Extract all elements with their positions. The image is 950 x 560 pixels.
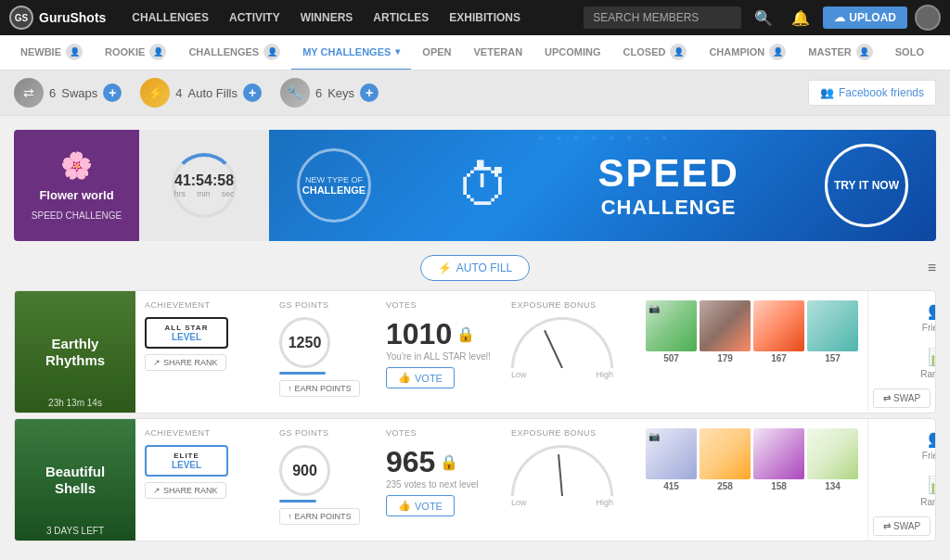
sec-nav-veteran[interactable]: VETERAN bbox=[463, 35, 534, 70]
gs-points-header: GS POINTS bbox=[279, 428, 372, 438]
nav-challenges[interactable]: CHALLENGES bbox=[122, 7, 218, 28]
sec-nav-rookie-label: ROOKIE bbox=[105, 46, 145, 57]
earn-points-button[interactable]: ↑ EARN POINTS bbox=[279, 380, 360, 397]
nav-exhibitions[interactable]: EXHIBITIONS bbox=[440, 7, 530, 28]
sec-nav-champion[interactable]: CHAMPION 👤 bbox=[698, 35, 797, 70]
swap-action-icon: ⇄ bbox=[883, 393, 891, 403]
photo-box[interactable] bbox=[700, 300, 751, 351]
lock-icon: 🔒 bbox=[440, 453, 458, 471]
sec-nav-rookie[interactable]: ROOKIE 👤 bbox=[94, 35, 177, 70]
gauge-high-label: High bbox=[596, 498, 613, 507]
search-input[interactable] bbox=[584, 6, 741, 29]
add-auto-fills-button[interactable]: + bbox=[243, 83, 262, 102]
share-rank-button[interactable]: ↗ SHARE RANK bbox=[145, 482, 226, 499]
photo-box[interactable]: 📷 bbox=[646, 300, 697, 351]
banner-speed-challenge[interactable]: ✕✕✕✕✕✕✕✕ NEW TYPE OF CHALLENGE ⏱ SPEED C… bbox=[269, 130, 936, 241]
photo-box[interactable] bbox=[753, 300, 804, 351]
swap-button[interactable]: ⇄ SWAP bbox=[873, 388, 931, 408]
vote-button[interactable]: 👍 VOTE bbox=[386, 367, 455, 388]
search-icon-button[interactable]: 🔍 bbox=[749, 7, 778, 29]
achievement-badge: ALL STAR LEVEL bbox=[145, 317, 228, 349]
boost-button[interactable]: ⚡ BOOST bbox=[935, 388, 936, 408]
boost-button[interactable]: ⚡ BOOST bbox=[935, 516, 936, 536]
friends-icon: 👥 bbox=[928, 300, 936, 321]
filter-icon[interactable]: ≡ bbox=[928, 260, 936, 276]
sec-nav-veteran-label: VETERAN bbox=[474, 46, 523, 57]
share-icon: ↗ bbox=[153, 358, 160, 367]
facebook-friends-button[interactable]: 👥 Facebook friends bbox=[808, 80, 936, 106]
sec-nav-challenges[interactable]: CHALLENGES 👤 bbox=[177, 35, 291, 70]
card-thumbnail-earthly[interactable]: EarthlyRhythms 23h 13m 14s bbox=[15, 291, 135, 413]
swap-button[interactable]: ⇄ SWAP bbox=[873, 516, 931, 536]
avatar[interactable] bbox=[915, 5, 941, 31]
nav-articles[interactable]: ARTICLES bbox=[364, 7, 438, 28]
vote-button[interactable]: 👍 VOTE bbox=[386, 495, 455, 516]
photo-box[interactable] bbox=[753, 428, 804, 479]
upload-button[interactable]: ☁ UPLOAD bbox=[823, 6, 907, 29]
photo-box[interactable] bbox=[807, 428, 858, 479]
badge-level-value: LEVEL bbox=[156, 460, 217, 470]
sec-nav-newbie[interactable]: NEWBIE 👤 bbox=[9, 35, 94, 70]
try-it-now-button[interactable]: TRY IT NOW bbox=[825, 144, 908, 227]
photos-column: 📷 415 258 158 134 bbox=[646, 428, 858, 531]
gauge-low-label: Low bbox=[511, 498, 527, 507]
points-value: 900 bbox=[292, 463, 317, 479]
fb-icon: 👥 bbox=[820, 86, 834, 99]
exposure-gauge bbox=[511, 317, 613, 368]
nav-activity[interactable]: ACTIVITY bbox=[220, 7, 289, 28]
main-nav: CHALLENGES ACTIVITY WINNERS ARTICLES EXH… bbox=[122, 7, 576, 28]
ranking-side-button[interactable]: 📊 Ranking bbox=[873, 342, 936, 384]
filter-row: ⚡ AUTO FILL ≡ bbox=[14, 255, 936, 281]
banner-flower-world[interactable]: 🌸 Flower world SPEED CHALLENGE bbox=[14, 130, 139, 241]
notifications-icon-button[interactable]: 🔔 bbox=[786, 7, 815, 29]
sec-nav-my-challenges[interactable]: MY CHALLENGES ▾ bbox=[291, 35, 411, 70]
earn-points-button[interactable]: ↑ EARN POINTS bbox=[279, 508, 360, 525]
sec-nav-closed-label: CLOSED bbox=[623, 46, 666, 57]
photo-box[interactable]: 📷 bbox=[646, 428, 697, 479]
sec-nav-solo-label: SOLO bbox=[895, 46, 924, 57]
card-main-content: ACHIEVEMENT ELITE LEVEL ↗ SHARE RANK GS … bbox=[135, 419, 867, 541]
friends-side-button[interactable]: 👥 Friends bbox=[873, 424, 936, 465]
thumbnail-background: BeautifulShells bbox=[15, 419, 135, 541]
add-swaps-button[interactable]: + bbox=[103, 83, 122, 102]
swaps-label: Swaps bbox=[61, 86, 97, 100]
photo-box[interactable] bbox=[700, 428, 751, 479]
votes-count: 965 bbox=[386, 445, 435, 479]
add-keys-button[interactable]: + bbox=[360, 83, 379, 102]
sec-nav-solo[interactable]: SOLO bbox=[884, 35, 935, 70]
keys-label: Keys bbox=[327, 86, 354, 100]
sec-nav-master[interactable]: MASTER 👤 bbox=[797, 35, 883, 70]
auto-fill-icon: ⚡ bbox=[140, 78, 170, 108]
photo-count: 158 bbox=[771, 481, 787, 491]
banner-subtitle: SPEED CHALLENGE bbox=[32, 210, 122, 221]
banner-title: Flower world bbox=[39, 188, 113, 203]
gauge-labels: Low High bbox=[511, 498, 613, 507]
swaps-resource: ⇄ 6 Swaps + bbox=[14, 78, 122, 108]
photo-box[interactable] bbox=[807, 300, 858, 351]
sec-nav-open-label: OPEN bbox=[422, 46, 451, 57]
card-thumbnail-shells[interactable]: BeautifulShells 3 DAYS LEFT bbox=[15, 419, 135, 541]
sec-nav-champion-label: CHAMPION bbox=[709, 46, 764, 57]
min-label: min bbox=[197, 189, 211, 198]
auto-fill-button[interactable]: ⚡ AUTO FILL bbox=[420, 255, 530, 281]
gauge-low-label: Low bbox=[511, 370, 527, 379]
speed-title: SPEED bbox=[597, 151, 738, 196]
friends-side-button[interactable]: 👥 Friends bbox=[873, 296, 936, 337]
sec-nav-challenges-badge: 👤 bbox=[263, 44, 280, 60]
secondary-navigation: NEWBIE 👤 ROOKIE 👤 CHALLENGES 👤 MY CHALLE… bbox=[0, 35, 950, 70]
key-icon: 🔧 bbox=[280, 78, 310, 108]
ranking-side-button[interactable]: 📊 Ranking bbox=[873, 470, 936, 512]
share-rank-button[interactable]: ↗ SHARE RANK bbox=[145, 354, 226, 371]
sec-nav-closed[interactable]: CLOSED 👤 bbox=[612, 35, 699, 70]
sec-label: sec bbox=[222, 189, 235, 198]
sec-nav-open[interactable]: OPEN bbox=[411, 35, 462, 70]
swap-icon: ⇄ bbox=[14, 78, 44, 108]
photo-thumb: 📷 507 bbox=[646, 300, 697, 363]
lock-icon: 🔒 bbox=[456, 325, 475, 343]
achievement-header: ACHIEVEMENT bbox=[145, 300, 265, 310]
nav-winners[interactable]: WINNERS bbox=[291, 7, 363, 28]
sec-nav-upcoming[interactable]: UPCOMING bbox=[533, 35, 612, 70]
friends-icon: 👥 bbox=[928, 428, 936, 449]
logo[interactable]: GS GuruShots bbox=[9, 6, 106, 30]
speed-challenge-text: SPEED CHALLENGE bbox=[597, 151, 738, 220]
